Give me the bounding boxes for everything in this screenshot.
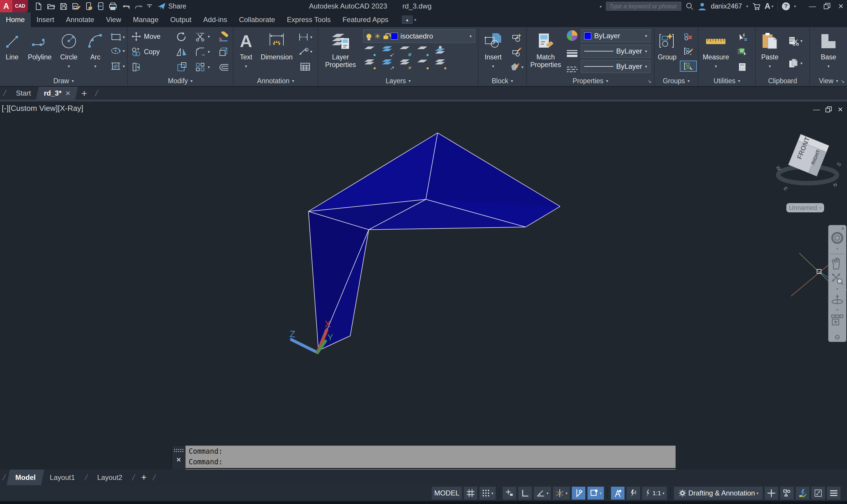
layer-isolate-button[interactable]: ↙ xyxy=(381,46,393,56)
panel-clipboard-title[interactable]: Clipboard xyxy=(756,76,809,86)
group-edit-button[interactable] xyxy=(680,47,697,55)
search-input[interactable] xyxy=(606,2,681,11)
lineweight-icon[interactable] xyxy=(566,49,578,58)
file-tab-rd3[interactable]: rd_3* × xyxy=(36,87,78,100)
ribbon-tab-collaborate[interactable]: Collaborate xyxy=(233,12,281,27)
rectangle-button[interactable]: ▾ xyxy=(108,33,127,41)
navigation-bar[interactable]: × ▾ ▾ ▾ xyxy=(828,225,846,342)
layer-match-button[interactable]: ● xyxy=(434,59,446,69)
group-button[interactable]: Group xyxy=(655,29,680,76)
new-drawing-tab-button[interactable]: + xyxy=(76,88,92,99)
annotation-scale-caret-icon[interactable]: ▾ xyxy=(662,491,664,496)
customization-button[interactable] xyxy=(827,487,841,500)
viewport-controls-label[interactable]: [-][Custom View][X-Ray] xyxy=(2,104,83,113)
plot-icon[interactable] xyxy=(109,2,117,10)
leader-caret-icon[interactable]: ▾ xyxy=(310,49,312,54)
edit-block-button[interactable] xyxy=(508,48,525,56)
panel-view-title[interactable]: View ▾ ↘ xyxy=(810,76,847,86)
save-to-mobile-icon[interactable] xyxy=(97,2,104,10)
isolate-objects-button[interactable] xyxy=(780,487,794,500)
ribbon-tab-featured-apps[interactable]: Featured Apps xyxy=(337,12,394,27)
layer-unisolate-button[interactable]: ↗ xyxy=(381,59,393,69)
ellipse-caret-icon[interactable]: ▾ xyxy=(123,49,125,53)
arc-caret-icon[interactable]: ▾ xyxy=(94,62,96,70)
file-tab-start[interactable]: Start xyxy=(10,87,37,100)
edit-attributes-button[interactable]: ▾ xyxy=(508,62,525,71)
circle-caret-icon[interactable]: ▾ xyxy=(68,62,70,70)
edit-attributes-caret-icon[interactable]: ▾ xyxy=(521,65,523,69)
zoom-caret-icon[interactable]: ▾ xyxy=(836,287,839,291)
navbar-customize-icon[interactable] xyxy=(835,335,840,340)
insert-button[interactable]: Insert ▾ xyxy=(479,29,508,76)
ribbon-tab-output[interactable]: Output xyxy=(164,12,197,27)
array-button[interactable]: ▾ xyxy=(191,62,214,72)
username[interactable]: danix2467 xyxy=(711,2,742,10)
undo-button[interactable]: ▾ xyxy=(122,2,130,10)
open-from-mobile-icon[interactable] xyxy=(85,2,93,10)
insert-caret-icon[interactable]: ▾ xyxy=(492,62,494,70)
circle-button[interactable]: Circle ▾ xyxy=(55,29,82,76)
compass-north-label[interactable]: N xyxy=(832,181,839,188)
model-space-button[interactable]: MODEL xyxy=(432,487,462,500)
annotation-scale-button[interactable]: 1:1▾ xyxy=(642,487,667,500)
annotation-autoscale-button[interactable] xyxy=(626,487,640,500)
named-view-badge[interactable]: Unnamed ▾ xyxy=(786,203,824,212)
tab-layout1[interactable]: Layout1 xyxy=(43,470,82,485)
orbit-icon[interactable] xyxy=(830,293,844,306)
base-caret-icon[interactable]: ▾ xyxy=(828,62,830,70)
compass-south-label[interactable]: S xyxy=(836,161,842,168)
ribbon-tab-express-tools[interactable]: Express Tools xyxy=(281,12,337,27)
cut-caret-icon[interactable]: ▾ xyxy=(800,38,802,43)
viewport-close-button[interactable]: × xyxy=(837,104,843,114)
mirror-button[interactable] xyxy=(172,47,191,57)
panel-layers-title[interactable]: Layers ▾ xyxy=(318,76,478,86)
ribbon-toggle-caret-icon[interactable]: ▾ xyxy=(414,18,416,22)
leader-button[interactable]: ▾ xyxy=(295,47,316,56)
pan-hand-icon[interactable] xyxy=(831,257,844,270)
panel-properties-title[interactable]: Properties ▾ ↘ xyxy=(527,76,654,86)
scale-button[interactable] xyxy=(172,62,191,72)
ribbon-tab-insert[interactable]: Insert xyxy=(31,12,60,27)
make-current-layer-button[interactable] xyxy=(434,46,446,56)
new-layout-button[interactable]: + xyxy=(137,472,150,483)
cut-button[interactable]: ▾ xyxy=(784,36,807,46)
copy-clip-button[interactable]: ▾ xyxy=(784,58,807,68)
ortho-mode-button[interactable] xyxy=(518,487,532,500)
arc-button[interactable]: Arc ▾ xyxy=(82,29,108,76)
paste-caret-icon[interactable]: ▾ xyxy=(769,62,771,70)
explode-button[interactable] xyxy=(214,47,232,57)
quick-select-button[interactable] xyxy=(733,33,751,42)
drawing-canvas[interactable]: Z X Y W E N S FRONT RIGHT [-][C xyxy=(0,102,847,470)
quick-calculator-button[interactable] xyxy=(733,62,751,71)
panel-annotation-title[interactable]: Annotation ▾ xyxy=(234,76,318,86)
fillet-caret-icon[interactable]: ▾ xyxy=(208,49,210,54)
copy-button[interactable]: Copy xyxy=(128,47,172,57)
ribbon-tab-home[interactable]: Home xyxy=(0,12,31,27)
panel-groups-title[interactable]: Groups ▾ xyxy=(655,76,698,86)
panel-modify-title[interactable]: Modify ▾ xyxy=(128,76,233,86)
layer-color-swatch[interactable] xyxy=(391,33,398,40)
snap-mode-button[interactable]: ▾ xyxy=(480,487,496,500)
polar-tracking-button[interactable]: ▾ xyxy=(534,487,551,500)
stretch-button[interactable] xyxy=(128,62,172,72)
showmotion-icon[interactable] xyxy=(831,314,844,327)
ungroup-button[interactable] xyxy=(680,33,697,41)
graphics-performance-button[interactable] xyxy=(796,487,809,500)
infer-constraints-button[interactable] xyxy=(503,487,516,500)
layer-thaw-button[interactable]: ☀ xyxy=(398,59,411,69)
move-button[interactable]: Move xyxy=(128,32,172,41)
ribbon-tab-annotate[interactable]: Annotate xyxy=(60,12,100,27)
new-file-icon[interactable] xyxy=(34,2,42,10)
clean-screen-button[interactable] xyxy=(811,487,825,500)
qat-customize-button[interactable]: ▾ xyxy=(147,4,152,8)
save-icon[interactable] xyxy=(59,2,67,10)
hatch-button[interactable]: ▾ xyxy=(108,61,127,71)
view-dialog-launcher-icon[interactable]: ↘ xyxy=(841,78,845,84)
object-color-wheel-icon[interactable] xyxy=(566,30,578,41)
orbit-caret-icon[interactable]: ▾ xyxy=(836,308,839,312)
window-minimize-button[interactable]: — xyxy=(809,2,816,10)
layer-unlock-icon[interactable] xyxy=(383,36,388,39)
annotation-monitor-button[interactable] xyxy=(765,487,778,500)
navbar-close-icon[interactable]: × xyxy=(842,226,844,231)
linear-dimension-caret-icon[interactable]: ▾ xyxy=(310,35,312,39)
